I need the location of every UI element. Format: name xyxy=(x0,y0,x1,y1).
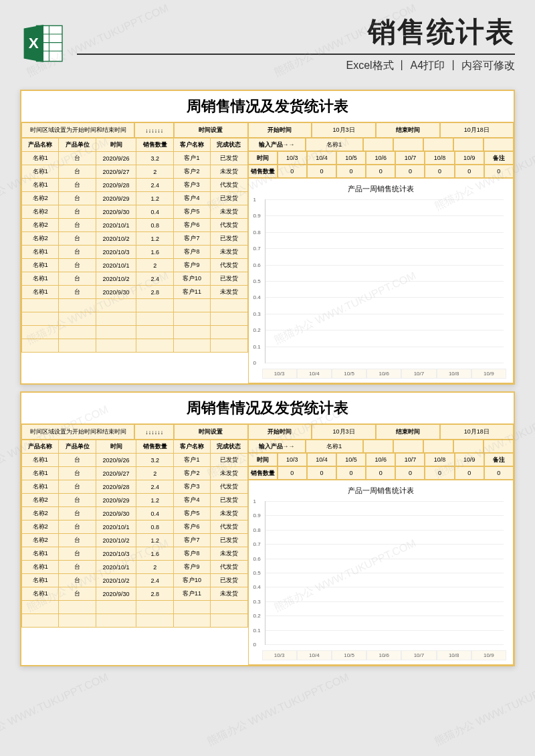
table-cell: 未发货 xyxy=(211,467,247,480)
date-header-row: 时间10/310/410/510/610/710/810/9备注 xyxy=(248,453,514,466)
table-cell: 台 xyxy=(59,507,96,521)
chart-gridline xyxy=(265,199,504,200)
chart-gridline xyxy=(265,501,504,502)
table-cell: 客户5 xyxy=(173,205,210,219)
table-cell: 客户6 xyxy=(173,521,210,534)
chart-gridline xyxy=(265,544,504,545)
input-product-value[interactable]: 名称1 xyxy=(306,440,363,453)
config-time-setting: 时间设置 xyxy=(174,122,247,138)
remark-header: 备注 xyxy=(484,151,514,165)
date-header: 10/5 xyxy=(336,151,366,165)
table-cell: 台 xyxy=(59,467,96,480)
table-row: 名称1台2020/9/282.4客户3代发货 xyxy=(22,480,248,494)
chart-title: 产品一周销售统计表 xyxy=(251,483,510,501)
table-cell: 客户3 xyxy=(173,179,210,192)
time-header: 时间 xyxy=(248,453,278,466)
table-cell-empty xyxy=(211,601,247,614)
table-cell: 客户4 xyxy=(173,192,210,205)
chart-y-label: 0.4 xyxy=(253,294,261,300)
table-row: 名称1台2020/10/12客户9代发货 xyxy=(22,561,248,574)
chart-gridline xyxy=(265,215,504,216)
sheet-1: 周销售情况及发货统计表时间区域设置为开始时间和结束时间↓↓↓↓↓↓时间设置开始时… xyxy=(20,90,515,385)
table-cell: 2.4 xyxy=(136,480,173,494)
table-cell: 1.2 xyxy=(136,494,173,507)
page-title: 销售统计表 xyxy=(77,13,515,51)
table-cell: 名称1 xyxy=(22,272,59,286)
blank-cell xyxy=(393,440,423,453)
table-cell: 名称1 xyxy=(22,179,59,192)
sales-table: 产品名称产品单位时间销售数量客户名称完成状态名称1台2020/9/263.2客户… xyxy=(21,440,248,628)
table-cell-empty xyxy=(173,614,210,628)
table-cell-empty xyxy=(173,339,210,353)
input-product-value[interactable]: 名称1 xyxy=(306,138,363,151)
chart-y-label: 0.9 xyxy=(253,213,261,219)
table-header: 客户名称 xyxy=(173,138,210,152)
chart-x-label: 10/3 xyxy=(262,650,297,660)
chart-y-label: 0.4 xyxy=(253,584,261,590)
table-cell: 台 xyxy=(59,561,96,574)
table-cell: 名称2 xyxy=(22,232,59,246)
chart-y-label: 0.2 xyxy=(253,613,261,619)
table-cell: 2020/9/30 xyxy=(96,286,136,299)
table-cell-empty xyxy=(136,339,173,353)
config-arrows: ↓↓↓↓↓↓ xyxy=(134,424,174,440)
table-cell: 未发货 xyxy=(211,507,247,521)
table-cell: 0.8 xyxy=(136,219,173,232)
table-cell: 客户1 xyxy=(173,152,210,165)
date-header: 10/9 xyxy=(455,453,484,466)
table-cell-empty xyxy=(211,312,247,326)
table-cell: 2020/9/30 xyxy=(96,507,136,521)
table-cell-empty xyxy=(211,326,247,339)
date-header: 10/6 xyxy=(366,453,395,466)
config-start-label: 开始时间 xyxy=(248,424,312,440)
table-header: 产品名称 xyxy=(22,440,59,454)
table-cell: 2.8 xyxy=(136,587,173,601)
table-cell-empty xyxy=(22,312,59,326)
input-product-label: 输入产品→→ xyxy=(248,440,306,453)
table-cell: 2020/9/30 xyxy=(96,205,136,219)
chart-area: 产品一周销售统计表00.10.20.30.40.50.60.70.80.9110… xyxy=(248,480,514,665)
table-row: 名称1台2020/9/263.2客户1已发货 xyxy=(22,454,248,467)
table-cell: 已发货 xyxy=(211,192,247,205)
sheet-title: 周销售情况及发货统计表 xyxy=(21,91,514,122)
chart-area: 产品一周销售统计表00.10.20.30.40.50.60.70.80.9110… xyxy=(248,178,514,383)
table-cell: 名称1 xyxy=(22,480,59,494)
qty-value: 0 xyxy=(395,466,425,480)
table-cell: 2020/10/2 xyxy=(96,574,136,587)
table-cell: 3.2 xyxy=(136,454,173,467)
table-cell: 名称1 xyxy=(22,561,59,574)
table-cell: 名称2 xyxy=(22,521,59,534)
table-cell: 未发货 xyxy=(211,547,247,561)
table-cell: 台 xyxy=(59,246,96,259)
table-cell: 2020/10/3 xyxy=(96,246,136,259)
table-cell: 名称1 xyxy=(22,286,59,299)
chart-x-label: 10/4 xyxy=(297,650,332,660)
table-row: 名称1台2020/9/272客户2未发货 xyxy=(22,165,248,179)
time-header: 时间 xyxy=(248,151,278,165)
table-cell: 台 xyxy=(59,259,96,272)
qty-value: 0 xyxy=(484,165,514,178)
table-cell: 2020/10/1 xyxy=(96,259,136,272)
table-row-empty xyxy=(22,326,248,339)
table-cell-empty xyxy=(173,601,210,614)
chart-y-label: 0.1 xyxy=(253,343,261,349)
table-row: 名称1台2020/9/263.2客户1已发货 xyxy=(22,152,248,165)
table-cell: 2020/9/29 xyxy=(96,192,136,205)
blank-cell xyxy=(393,138,423,151)
table-cell: 2 xyxy=(136,561,173,574)
config-time-setting: 时间设置 xyxy=(174,424,247,440)
left-table: 产品名称产品单位时间销售数量客户名称完成状态名称1台2020/9/263.2客户… xyxy=(21,440,248,665)
qty-value: 0 xyxy=(366,165,395,178)
table-cell: 名称1 xyxy=(22,165,59,179)
table-cell: 名称2 xyxy=(22,205,59,219)
table-cell: 名称1 xyxy=(22,152,59,165)
table-cell: 已发货 xyxy=(211,494,247,507)
table-cell: 2020/9/28 xyxy=(96,179,136,192)
chart-y-label: 0.7 xyxy=(253,541,261,547)
qty-row: 销售数量00000000 xyxy=(248,165,514,178)
qty-value: 0 xyxy=(425,165,454,178)
chart-y-label: 0.2 xyxy=(253,327,261,333)
table-cell: 未发货 xyxy=(211,205,247,219)
table-cell: 台 xyxy=(59,179,96,192)
table-cell: 2.4 xyxy=(136,574,173,587)
